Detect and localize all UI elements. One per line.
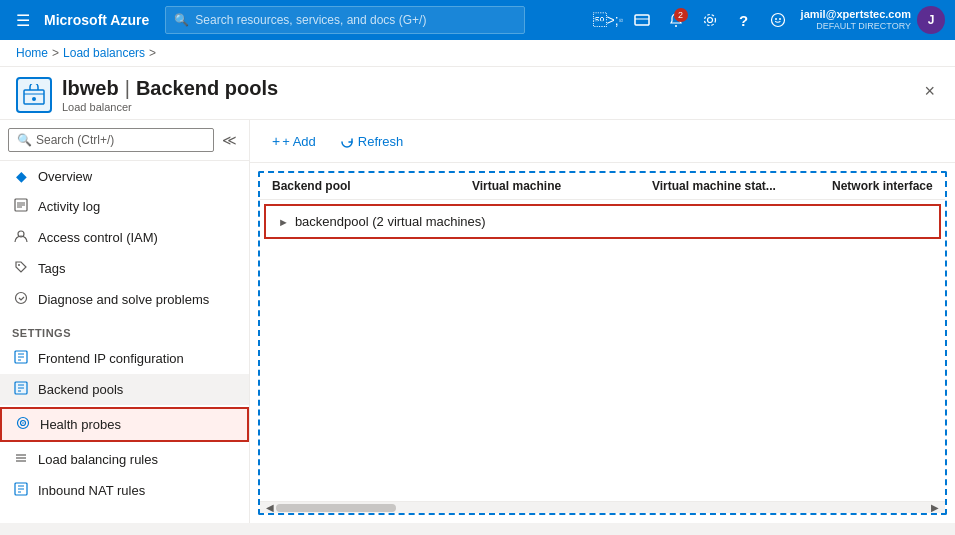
sidebar: 🔍 Search (Ctrl+/) ≪ ◆ Overview Activity … [0, 120, 250, 523]
sidebar-scroll: ◆ Overview Activity log Access control (… [0, 161, 249, 506]
content-area: + + Add Refresh Backend pool Virtual mac… [250, 120, 955, 523]
svg-point-6 [771, 14, 784, 27]
sidebar-search-placeholder: Search (Ctrl+/) [36, 133, 114, 147]
notifications-icon[interactable]: 2 [661, 5, 691, 35]
breadcrumb-home[interactable]: Home [16, 46, 48, 60]
table-row[interactable]: ► backendpool (2 virtual machines) [264, 204, 941, 239]
nav-icons-group: >; 2 ? jamil@xpertstec.com DEFAULT DIRE… [593, 5, 945, 35]
svg-rect-1 [635, 15, 649, 25]
scroll-right-arrow[interactable]: ▶ [929, 502, 941, 514]
title-text-group: lbweb | Backend pools Load balancer [62, 77, 278, 113]
svg-point-28 [22, 422, 24, 424]
backend-pool-name: backendpool (2 virtual machines) [295, 214, 486, 229]
global-search[interactable]: 🔍 Search resources, services, and docs (… [165, 6, 525, 34]
health-probes-icon [14, 416, 32, 433]
row-expand-icon[interactable]: ► [278, 216, 289, 228]
sidebar-item-tags[interactable]: Tags [0, 253, 249, 284]
azure-logo: Microsoft Azure [44, 12, 149, 28]
sidebar-item-frontend-ip[interactable]: Frontend IP configuration [0, 343, 249, 374]
avatar: J [917, 6, 945, 34]
user-info[interactable]: jamil@xpertstec.com DEFAULT DIRECTORY J [801, 6, 945, 34]
svg-point-4 [707, 18, 712, 23]
lb-rules-icon [12, 451, 30, 468]
svg-point-10 [32, 97, 36, 101]
refresh-label: Refresh [358, 134, 404, 149]
hamburger-menu[interactable]: ☰ [10, 7, 36, 34]
breadcrumb-load-balancers[interactable]: Load balancers [63, 46, 145, 60]
top-navigation: ☰ Microsoft Azure 🔍 Search resources, se… [0, 0, 955, 40]
svg-point-7 [775, 18, 777, 20]
sidebar-item-inbound-nat[interactable]: Inbound NAT rules [0, 475, 249, 506]
access-control-icon [12, 229, 30, 246]
sidebar-item-label: Diagnose and solve problems [38, 292, 209, 307]
collapse-button[interactable]: ≪ [218, 130, 241, 150]
settings-section-label: Settings [0, 315, 249, 343]
scroll-left-arrow[interactable]: ◀ [264, 502, 276, 514]
breadcrumb-sep1: > [52, 46, 59, 60]
help-icon[interactable]: ? [729, 5, 759, 35]
user-email: jamil@xpertstec.com [801, 8, 911, 21]
sidebar-item-diagnose[interactable]: Diagnose and solve problems [0, 284, 249, 315]
refresh-icon [340, 133, 354, 149]
add-icon: + [272, 133, 280, 149]
page-section: Backend pools [136, 77, 278, 100]
resource-name: lbweb [62, 77, 119, 100]
diagnose-icon [12, 291, 30, 308]
svg-point-5 [704, 15, 715, 26]
add-label: + Add [282, 134, 316, 149]
table-header-row: Backend pool Virtual machine Virtual mac… [260, 173, 945, 200]
page-header: lbweb | Backend pools Load balancer × [0, 67, 955, 120]
sidebar-item-lb-rules[interactable]: Load balancing rules [0, 444, 249, 475]
page-subtitle: Load balancer [62, 101, 278, 113]
tags-icon [12, 260, 30, 277]
sidebar-search-icon: 🔍 [17, 133, 32, 147]
sidebar-item-label: Health probes [40, 417, 121, 432]
overview-icon: ◆ [12, 168, 30, 184]
settings-icon[interactable] [695, 5, 725, 35]
svg-point-8 [779, 18, 781, 20]
sidebar-search[interactable]: 🔍 Search (Ctrl+/) [8, 128, 214, 152]
breadcrumb: Home > Load balancers > [0, 40, 955, 67]
search-icon: 🔍 [174, 13, 189, 27]
sidebar-item-access-control[interactable]: Access control (IAM) [0, 222, 249, 253]
sidebar-item-label: Access control (IAM) [38, 230, 158, 245]
backend-pools-icon [12, 381, 30, 398]
title-separator: | [125, 77, 130, 100]
sidebar-item-label: Load balancing rules [38, 452, 158, 467]
horizontal-scrollbar[interactable]: ◀ ▶ [260, 501, 945, 513]
activity-log-icon [12, 198, 30, 215]
sidebar-item-label: Backend pools [38, 382, 123, 397]
sidebar-item-label: Frontend IP configuration [38, 351, 184, 366]
search-container: 🔍 Search (Ctrl+/) ≪ [0, 120, 249, 161]
notification-badge: 2 [674, 8, 688, 22]
main-layout: 🔍 Search (Ctrl+/) ≪ ◆ Overview Activity … [0, 120, 955, 523]
sidebar-item-health-probes[interactable]: Health probes [0, 407, 249, 442]
scroll-thumb[interactable] [276, 504, 396, 512]
toolbar: + + Add Refresh [250, 120, 955, 163]
svg-point-17 [16, 293, 27, 304]
directory-icon[interactable] [627, 5, 657, 35]
close-button[interactable]: × [920, 77, 939, 106]
resource-icon [16, 77, 52, 113]
col-header-virtual-machine: Virtual machine [472, 179, 652, 193]
svg-point-3 [675, 25, 677, 27]
sidebar-item-label: Overview [38, 169, 92, 184]
search-placeholder-text: Search resources, services, and docs (G+… [195, 13, 426, 27]
sidebar-item-overview[interactable]: ◆ Overview [0, 161, 249, 191]
inbound-nat-icon [12, 482, 30, 499]
sidebar-item-label: Tags [38, 261, 65, 276]
user-directory: DEFAULT DIRECTORY [801, 21, 911, 32]
breadcrumb-sep2: > [149, 46, 156, 60]
sidebar-item-label: Inbound NAT rules [38, 483, 145, 498]
cloud-shell-icon[interactable]: >; [593, 5, 623, 35]
frontend-ip-icon [12, 350, 30, 367]
add-button[interactable]: + + Add [262, 128, 326, 154]
col-header-backend-pool: Backend pool [272, 179, 472, 193]
refresh-button[interactable]: Refresh [330, 128, 414, 154]
user-text: jamil@xpertstec.com DEFAULT DIRECTORY [801, 8, 911, 32]
sidebar-item-backend-pools[interactable]: Backend pools [0, 374, 249, 405]
sidebar-item-activity-log[interactable]: Activity log [0, 191, 249, 222]
feedback-icon[interactable] [763, 5, 793, 35]
sidebar-item-label: Activity log [38, 199, 100, 214]
col-header-network-interface: Network interface [832, 179, 947, 193]
